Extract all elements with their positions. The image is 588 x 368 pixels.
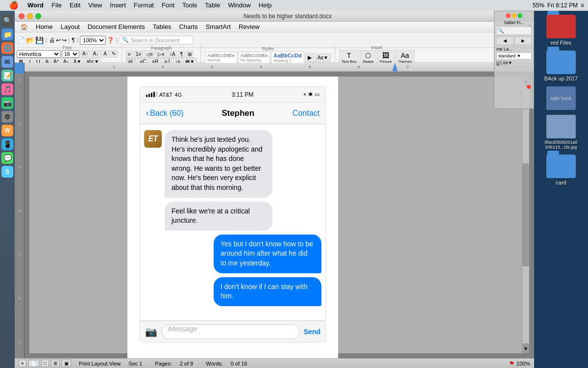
word-menu-review[interactable]: Review <box>235 22 264 32</box>
style-heading1[interactable]: AaBbCcDd Heading 1 <box>271 51 304 64</box>
dock-safari[interactable]: S <box>1 166 13 178</box>
messages-container[interactable]: ET Think he's just texted you. He's incr… <box>140 124 325 320</box>
font-toolbar: Font Helvetica 16 A↑ A↓ A ✎ B I U <box>15 48 534 63</box>
style-no-spacing[interactable]: AaBbCcDdEe No Spacing <box>238 52 270 64</box>
tb-yellow[interactable] <box>512 13 516 18</box>
sort-btn[interactable]: ↕A <box>168 51 177 58</box>
font-increase-btn[interactable]: A↑ <box>80 50 90 57</box>
contact-link[interactable]: Contact <box>293 109 319 118</box>
style-normal[interactable]: AaBbCcDdEe Normal <box>205 52 237 64</box>
word-menu-tables[interactable]: Tables <box>149 22 175 32</box>
bullets-btn[interactable]: ≡ <box>126 51 133 58</box>
dock-music[interactable]: 🎵 <box>1 83 13 95</box>
page-content-area[interactable]: AT&T 4G 3:11 PM ⌖ ✱ ▭ <box>24 72 534 358</box>
numbered-btn[interactable]: 1≡ <box>134 51 143 58</box>
folder-label-card: card <box>556 180 566 185</box>
save-btn[interactable]: 💾 <box>35 36 44 44</box>
menu-table[interactable]: Table <box>201 0 224 11</box>
scroll-down-btn[interactable]: ▼ <box>522 343 529 353</box>
pages-value: 2 of 9 <box>180 361 194 367</box>
outdent-btn[interactable]: ◁≡ <box>144 51 155 58</box>
dock-phone[interactable]: 📱 <box>1 138 13 150</box>
dock-folder[interactable]: 📁 <box>1 28 13 40</box>
back-button[interactable]: ‹ Back (60) <box>146 108 183 118</box>
help-btn[interactable]: ❓ <box>107 37 114 44</box>
word-menu-home[interactable]: Home <box>32 22 57 32</box>
styles-more-btn[interactable]: ▶ <box>305 53 314 62</box>
clear-format-btn[interactable]: A <box>101 50 109 57</box>
send-button[interactable]: Send <box>304 328 320 336</box>
tb-btn-2[interactable]: ▶ <box>514 37 532 45</box>
desktop-folder-image[interactable]: 8facd3508201a0 506113...1fe.jpg <box>538 115 584 150</box>
underline-btn[interactable]: U <box>496 60 500 65</box>
menu-tools[interactable]: Tools <box>178 0 201 11</box>
menu-font[interactable]: Font <box>158 0 178 11</box>
traffic-lights <box>19 13 41 19</box>
desktop-folder-red-files[interactable]: red Files <box>538 15 584 46</box>
title-bar: Needs to be higher standard.docx <box>15 11 534 22</box>
menu-format[interactable]: Format <box>130 0 158 11</box>
word-menu-charts[interactable]: Charts <box>175 22 201 32</box>
dock-settings[interactable]: ⚙ <box>1 111 13 123</box>
show-hide-btn[interactable]: ¶ <box>178 51 185 58</box>
view-btn-5[interactable]: ▣ <box>62 360 71 367</box>
font-decrease-btn[interactable]: A↓ <box>91 50 101 57</box>
word-menu-doc-elements[interactable]: Document Elements <box>84 22 149 32</box>
dock-messages[interactable]: 💬 <box>1 152 13 164</box>
menu-window[interactable]: Window <box>224 0 254 11</box>
open-btn[interactable]: 📂 <box>26 36 34 44</box>
camera-icon[interactable]: 📷 <box>145 326 157 338</box>
indent-btn[interactable]: ▷≡ <box>156 51 167 58</box>
dock-facetime[interactable]: 📷 <box>1 97 13 109</box>
scroll-track[interactable] <box>522 86 529 343</box>
menu-edit[interactable]: Edit <box>66 0 84 11</box>
word-menu-smartart[interactable]: SmartArt <box>202 22 235 32</box>
scrollbar[interactable]: ▲ ▼ <box>522 77 529 353</box>
close-button[interactable] <box>19 13 24 19</box>
insert-section: Insert T Text Box ⬡ Shape 🖼 Picture <box>339 45 415 65</box>
battery-icon: ▭ <box>315 91 319 98</box>
menu-file[interactable]: File <box>48 0 66 11</box>
search-bar[interactable]: 🔍 Search in Document <box>120 36 193 44</box>
word-menu-layout[interactable]: Layout <box>57 22 84 32</box>
dock-finder[interactable]: 🔍 <box>1 15 13 26</box>
desktop-folder-backup[interactable]: BAck up 2017 <box>538 51 584 81</box>
new-doc-btn[interactable]: 📄 <box>17 36 25 44</box>
view-btn-3[interactable]: □ <box>41 360 49 367</box>
dock-notes[interactable]: 📝 <box>1 70 13 81</box>
tb-green[interactable] <box>517 13 522 18</box>
scroll-thumb[interactable] <box>522 163 529 266</box>
menu-word[interactable]: Word <box>24 0 48 11</box>
font-size-select[interactable]: 16 <box>62 50 79 58</box>
folder-label-red: red Files <box>551 40 571 46</box>
dock-mail[interactable]: ✉ <box>1 56 13 68</box>
desktop-folder-card[interactable]: card <box>538 155 584 185</box>
redo-btn[interactable]: ↪ <box>62 37 67 44</box>
themes-icon: Aa <box>401 52 409 59</box>
styles-change-btn[interactable]: Aα▼ <box>315 53 331 62</box>
tb-btn-1[interactable]: ◀ <box>496 37 514 45</box>
tb-red[interactable] <box>506 13 511 18</box>
menu-help[interactable]: Help <box>255 0 276 11</box>
maximize-button[interactable] <box>35 13 41 19</box>
dock-browser[interactable]: 🌐 <box>1 42 13 54</box>
format-btn[interactable]: ¶ <box>72 37 74 44</box>
imessage-input[interactable]: iMessage <box>161 324 300 339</box>
desktop-folder-sale[interactable]: sale book <box>538 86 584 110</box>
signal-5 <box>156 92 157 97</box>
menu-view[interactable]: View <box>84 0 106 11</box>
view-btn-1[interactable]: ≡ <box>19 360 26 367</box>
toolbox-standard[interactable]: standard ▼ <box>496 53 532 59</box>
undo-btn[interactable]: ↩ <box>56 37 61 44</box>
print-btn[interactable]: 🖨 <box>49 37 55 44</box>
minimize-button[interactable] <box>27 13 33 19</box>
dock-store[interactable]: W <box>1 125 13 136</box>
zoom-select[interactable]: 100% 75% 150% <box>80 36 106 45</box>
borders-btn[interactable]: ⊞ <box>186 51 194 58</box>
copy-format-btn[interactable]: ✎ <box>110 50 118 57</box>
font-family-select[interactable]: Helvetica <box>17 50 61 58</box>
menu-insert[interactable]: Insert <box>106 0 130 11</box>
apple-menu[interactable]: 🍎 <box>4 0 24 11</box>
view-btn-2[interactable]: 📄 <box>28 360 39 367</box>
view-btn-4[interactable]: ⊞ <box>51 360 60 367</box>
